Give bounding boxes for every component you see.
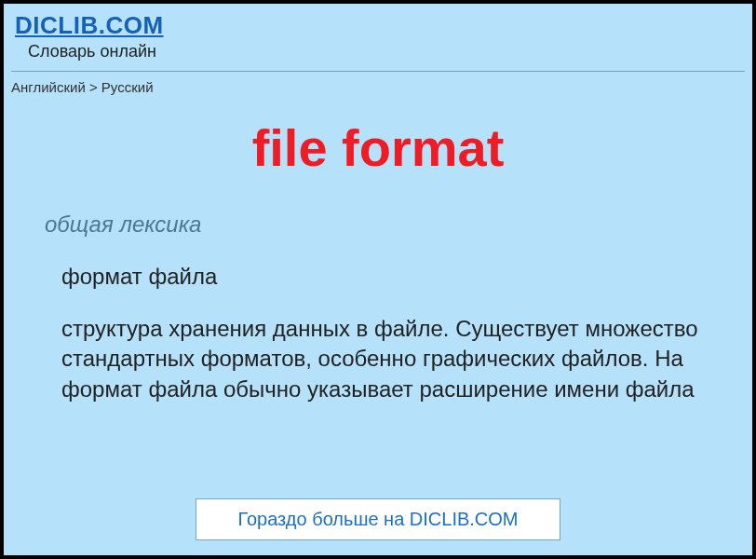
breadcrumb[interactable]: Английский > Русский — [4, 72, 752, 95]
entry-body: общая лексика формат файла структура хра… — [4, 211, 752, 404]
more-button-wrap: Гораздо больше на DICLIB.COM — [4, 498, 752, 540]
site-title[interactable]: DICLIB.COM — [15, 11, 741, 40]
short-definition: формат файла — [61, 264, 711, 290]
more-button[interactable]: Гораздо больше на DICLIB.COM — [196, 498, 560, 540]
entry-title: file format — [4, 117, 752, 178]
site-subtitle: Словарь онлайн — [28, 42, 741, 61]
header: DICLIB.COM Словарь онлайн — [4, 4, 752, 65]
long-definition: структура хранения данных в файле. Сущес… — [61, 314, 711, 404]
category-label: общая лексика — [45, 211, 711, 238]
